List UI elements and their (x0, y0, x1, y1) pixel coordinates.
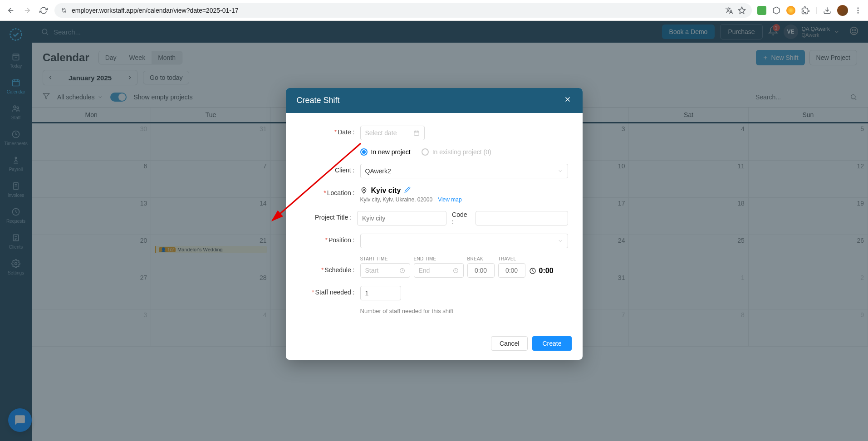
client-select[interactable]: QAwerk2 (360, 164, 568, 178)
modal-title: Create Shift (297, 96, 340, 105)
back-button[interactable] (5, 5, 16, 16)
profile-avatar[interactable] (837, 5, 848, 16)
staff-label: Staff needed : (315, 289, 355, 296)
radio-unchecked-icon (422, 148, 429, 156)
travel-input[interactable] (498, 263, 525, 278)
create-button[interactable]: Create (532, 336, 571, 351)
calendar-icon (413, 130, 420, 136)
clock-icon (529, 267, 536, 274)
staff-helper-text: Number of staff needed for this shift (360, 308, 454, 314)
ext-icon-3[interactable] (786, 6, 795, 15)
svg-point-22 (363, 189, 364, 190)
view-map-link[interactable]: View map (438, 196, 461, 203)
chevron-down-icon (558, 168, 563, 174)
clock-icon (399, 268, 405, 274)
clock-icon (453, 268, 459, 274)
end-time-header: END TIME (414, 256, 464, 261)
code-label: Code : (452, 211, 470, 225)
chrome-extensions: | (757, 5, 863, 16)
extensions-icon[interactable] (801, 6, 810, 15)
radio-checked-icon (360, 148, 368, 156)
chevron-down-icon (558, 238, 563, 244)
star-icon[interactable] (737, 6, 746, 15)
create-shift-modal: Create Shift *Date : Select date (286, 88, 583, 360)
browser-chrome: employer.workstaff.app/en/calendar/view?… (0, 0, 868, 21)
ext-icon-2[interactable] (772, 6, 781, 15)
radio-existing-project[interactable]: In existing project (0) (422, 148, 491, 156)
client-label: Client : (335, 167, 355, 174)
project-title-label: Project Title : (315, 214, 352, 221)
location-label: Location : (327, 189, 355, 196)
code-input[interactable] (476, 211, 568, 225)
reload-button[interactable] (38, 5, 49, 16)
menu-icon[interactable] (853, 6, 863, 15)
break-header: BREAK (467, 256, 495, 261)
translate-icon[interactable] (725, 6, 734, 15)
start-time-input[interactable]: Start (360, 263, 410, 278)
url-text: employer.workstaff.app/en/calendar/view?… (72, 7, 721, 14)
close-icon[interactable] (564, 95, 572, 106)
svg-rect-21 (414, 131, 419, 135)
pin-icon (360, 187, 368, 194)
position-select[interactable] (360, 234, 568, 248)
svg-point-0 (62, 9, 64, 10)
staff-needed-input[interactable] (360, 286, 401, 300)
end-time-input[interactable]: End (414, 263, 464, 278)
schedule-label: Schedule : (324, 266, 354, 274)
location-name: Kyiv city (371, 186, 401, 195)
radio-new-project[interactable]: In new project (360, 148, 411, 156)
total-duration: 0:00 (539, 267, 554, 275)
forward-button[interactable] (22, 5, 33, 16)
position-label: Position : (329, 236, 355, 244)
ext-icon-1[interactable] (757, 6, 766, 15)
break-input[interactable] (467, 263, 495, 278)
start-time-header: START TIME (360, 256, 410, 261)
svg-point-4 (858, 12, 859, 13)
date-input[interactable]: Select date (360, 126, 425, 140)
date-label: Date : (338, 128, 354, 136)
edit-location-button[interactable] (404, 186, 411, 195)
project-title-input[interactable] (357, 211, 446, 225)
travel-header: TRAVEL (498, 256, 525, 261)
svg-point-2 (858, 7, 859, 9)
svg-point-1 (64, 11, 66, 12)
download-icon[interactable] (823, 6, 832, 15)
site-settings-icon[interactable] (60, 6, 68, 15)
url-bar[interactable]: employer.workstaff.app/en/calendar/view?… (54, 3, 752, 18)
location-address: Kyiv city, Kyiv, Ukraine, 02000 (360, 196, 433, 203)
cancel-button[interactable]: Cancel (491, 336, 528, 351)
svg-point-3 (858, 10, 859, 11)
